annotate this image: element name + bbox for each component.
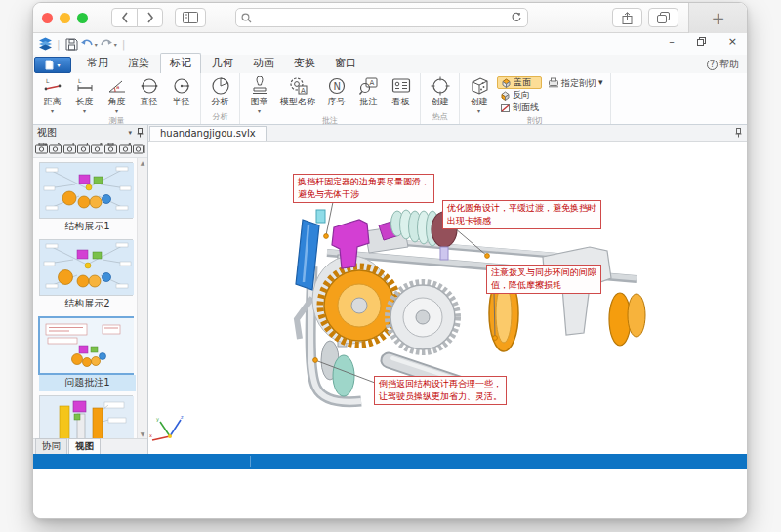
view-snapshot-button[interactable] (104, 142, 117, 156)
tab-markup[interactable]: 标记 (160, 53, 201, 73)
help-button[interactable]: ? 帮助 (707, 58, 739, 71)
view-label: 结构展示2 (39, 296, 136, 312)
document-tab[interactable]: huandangjigou.svlx (149, 126, 267, 141)
tool-analyze[interactable]: 分析 (204, 74, 236, 108)
tool-length[interactable]: L 长度 ▾ (68, 74, 101, 114)
tab-bar-pin-icon[interactable] (735, 128, 742, 138)
app-minimize-button[interactable]: – (669, 36, 675, 47)
view-item-4[interactable] (39, 395, 136, 438)
share-button[interactable] (612, 8, 642, 27)
dropdown-icon: ▾ (57, 61, 60, 68)
browser-titlebar: + (33, 3, 747, 33)
annotation-icon: A (358, 76, 380, 96)
annotation-2[interactable]: 优化圆角设计，平缓过渡，避免换挡时 出现卡顿感 (442, 200, 601, 229)
app-logo-icon (38, 37, 53, 51)
tab-render[interactable]: 渲染 (119, 54, 158, 73)
view-create-button[interactable] (35, 142, 48, 156)
board-icon (390, 76, 412, 96)
tool-reverse[interactable]: 反向 (497, 89, 542, 102)
annotation-3[interactable]: 注意拨叉与同步环间的间隙 值，降低摩擦损耗 (486, 265, 601, 294)
view-settings-button[interactable] (133, 142, 145, 156)
gear-silver-middle (388, 282, 458, 352)
minimize-window-button[interactable] (60, 13, 70, 23)
save-icon (65, 38, 78, 51)
scroll-up-icon[interactable]: ▲ (141, 159, 145, 166)
group-section: 创建 ▾ 盖面 反向 剖面线 (460, 73, 611, 124)
tool-annotation[interactable]: A 批注 (352, 74, 385, 108)
tool-radius[interactable]: 半径 (165, 74, 197, 108)
camera-refresh-icon (49, 143, 62, 154)
view-label: 问题批注1 (39, 375, 136, 391)
tab-geometry[interactable]: 几何 (203, 54, 242, 73)
tool-distance[interactable]: L 距离 ▾ (36, 74, 68, 114)
view-prev-button[interactable] (63, 142, 76, 156)
tool-cap-face[interactable]: 盖面 (497, 76, 542, 89)
camera-delete-icon (119, 143, 132, 154)
tool-diameter[interactable]: 直径 (133, 74, 165, 108)
view-item-structure-1[interactable]: 结构展示1 (39, 162, 136, 235)
tab-transform[interactable]: 变换 (285, 54, 324, 73)
view-item-problem-annotation-1[interactable]: 问题批注1 (39, 316, 136, 391)
tool-model-name[interactable]: A 模型名称 (275, 74, 320, 108)
dropdown-icon[interactable]: ▾ (114, 41, 117, 48)
tool-angle[interactable]: a 角度 ▾ (101, 74, 133, 114)
back-button[interactable] (111, 8, 138, 27)
forward-icon (146, 12, 154, 23)
ribbon: L 距离 ▾ L 长度 ▾ a 角度 ▾ (33, 73, 747, 125)
zoom-window-button[interactable] (77, 13, 88, 23)
tool-stamp[interactable]: 图章 ▾ (243, 74, 275, 114)
file-menu-button[interactable]: ▾ (34, 57, 71, 73)
search-input[interactable] (252, 10, 511, 25)
address-search-field[interactable] (235, 8, 528, 27)
views-panel-title: 视图 (37, 126, 57, 140)
distance-icon: L (42, 76, 63, 96)
window-bottom-strip (33, 469, 747, 518)
status-bar (33, 454, 747, 469)
panel-collapse-icon[interactable]: ▾ (128, 129, 132, 137)
tab-common[interactable]: 常用 (78, 54, 117, 73)
annotation-4[interactable]: 倒挡返回结构设计再合理一些， 让驾驶员操纵更加省力、灵活。 (374, 376, 507, 405)
sidebar-icon (183, 12, 198, 23)
close-window-button[interactable] (42, 13, 53, 23)
separator: | (122, 38, 126, 51)
views-scrollbar[interactable]: ▲ ▼ (137, 158, 147, 438)
tab-window[interactable]: 窗口 (326, 54, 365, 73)
view-delete-button[interactable] (119, 142, 132, 156)
view-play-button[interactable] (91, 142, 103, 156)
dropdown-icon[interactable]: ▾ (95, 41, 98, 48)
tool-section-create[interactable]: 创建 ▾ (463, 74, 495, 114)
view-item-structure-2[interactable]: 结构展示2 (39, 239, 136, 312)
dropdown-icon[interactable]: ▾ (598, 77, 603, 87)
undo-button[interactable]: ▾ (80, 38, 98, 50)
view-update-button[interactable] (49, 142, 62, 156)
view-next-button[interactable] (77, 142, 90, 156)
app-close-button[interactable]: × (728, 36, 737, 47)
length-icon: L (74, 76, 96, 96)
scroll-down-icon[interactable]: ▼ (141, 430, 145, 437)
save-button[interactable] (65, 38, 78, 51)
sidebar-toggle-button[interactable] (175, 8, 206, 27)
tab-overview-button[interactable] (648, 8, 678, 27)
redo-button[interactable]: ▾ (100, 38, 117, 50)
svg-text:z: z (181, 414, 184, 420)
tool-specify-section[interactable]: 指定剖切 ▾ (542, 74, 607, 90)
traffic-lights (42, 13, 88, 23)
file-icon (45, 60, 54, 70)
tab-collaboration[interactable]: 协同 (35, 438, 67, 454)
tool-board[interactable]: 看板 (385, 74, 417, 108)
tool-section-line[interactable]: 剖面线 (497, 102, 542, 114)
annotation-1[interactable]: 换挡杆固定器的边角要尽量圆滑， 避免与壳体干涉 (293, 174, 434, 203)
tab-views[interactable]: 视图 (68, 438, 101, 454)
forward-button[interactable] (137, 8, 163, 27)
pin-icon[interactable] (137, 128, 144, 138)
refresh-icon[interactable] (511, 12, 522, 23)
new-tab-button[interactable]: + (688, 3, 747, 33)
diameter-icon (139, 76, 160, 96)
sequence-number-icon: N (326, 76, 348, 96)
tab-animation[interactable]: 动画 (244, 54, 283, 73)
tool-hotspot-create[interactable]: 创建 (424, 74, 456, 108)
app-restore-button[interactable] (697, 37, 706, 46)
model-viewport[interactable]: x y z 换挡杆固定器的边角要尽量圆滑， 避免与壳体干涉 优化圆角设计，平缓过… (148, 142, 747, 454)
tool-sequence-number[interactable]: N 序号 (320, 74, 352, 108)
lever-tip-cyan (316, 210, 325, 223)
